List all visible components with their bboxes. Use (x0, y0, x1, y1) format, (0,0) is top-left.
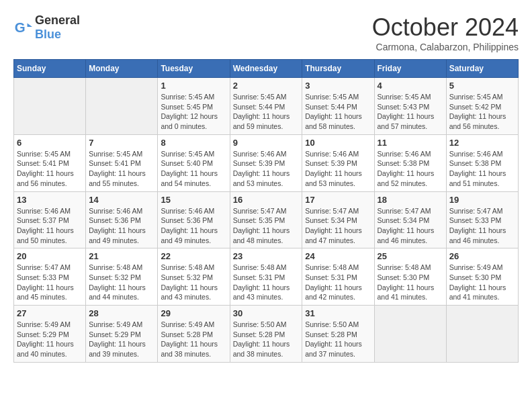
day-number: 8 (161, 138, 226, 148)
calendar-cell (374, 306, 446, 363)
day-number: 10 (305, 138, 371, 148)
calendar-cell: 27Sunrise: 5:49 AMSunset: 5:29 PMDayligh… (14, 306, 86, 363)
calendar-cell: 24Sunrise: 5:48 AMSunset: 5:31 PMDayligh… (302, 248, 374, 306)
day-number: 25 (378, 251, 443, 261)
calendar-cell: 30Sunrise: 5:50 AMSunset: 5:28 PMDayligh… (230, 306, 302, 363)
calendar-cell: 3Sunrise: 5:45 AMSunset: 5:44 PMDaylight… (302, 78, 374, 135)
day-number: 11 (378, 138, 443, 148)
day-info: Sunrise: 5:45 AMSunset: 5:41 PMDaylight:… (89, 149, 154, 189)
day-info: Sunrise: 5:46 AMSunset: 5:38 PMDaylight:… (378, 149, 443, 189)
week-row-3: 13Sunrise: 5:46 AMSunset: 5:37 PMDayligh… (14, 191, 519, 248)
calendar-cell: 11Sunrise: 5:46 AMSunset: 5:38 PMDayligh… (374, 134, 446, 191)
day-info: Sunrise: 5:46 AMSunset: 5:37 PMDaylight:… (17, 206, 83, 246)
calendar-cell (14, 78, 86, 135)
weekday-header-sunday: Sunday (14, 60, 86, 78)
day-info: Sunrise: 5:45 AMSunset: 5:44 PMDaylight:… (233, 92, 300, 132)
calendar-table: SundayMondayTuesdayWednesdayThursdayFrid… (13, 59, 519, 363)
day-info: Sunrise: 5:45 AMSunset: 5:42 PMDaylight:… (449, 92, 515, 132)
calendar-cell: 29Sunrise: 5:49 AMSunset: 5:28 PMDayligh… (158, 306, 230, 363)
calendar-cell: 1Sunrise: 5:45 AMSunset: 5:45 PMDaylight… (158, 78, 230, 135)
day-info: Sunrise: 5:46 AMSunset: 5:39 PMDaylight:… (233, 149, 300, 189)
day-number: 26 (449, 251, 515, 261)
day-number: 15 (161, 195, 226, 205)
calendar-cell (86, 78, 158, 135)
week-row-5: 27Sunrise: 5:49 AMSunset: 5:29 PMDayligh… (14, 306, 519, 363)
calendar-cell: 25Sunrise: 5:48 AMSunset: 5:30 PMDayligh… (374, 248, 446, 306)
calendar-cell: 8Sunrise: 5:45 AMSunset: 5:40 PMDaylight… (158, 134, 230, 191)
day-info: Sunrise: 5:46 AMSunset: 5:38 PMDaylight:… (449, 149, 515, 189)
calendar-cell: 28Sunrise: 5:49 AMSunset: 5:29 PMDayligh… (86, 306, 158, 363)
day-info: Sunrise: 5:45 AMSunset: 5:40 PMDaylight:… (161, 149, 226, 189)
day-number: 12 (449, 138, 515, 148)
day-number: 6 (17, 138, 83, 148)
logo-icon: G (13, 18, 32, 37)
calendar-cell: 23Sunrise: 5:48 AMSunset: 5:31 PMDayligh… (230, 248, 302, 306)
day-number: 22 (161, 251, 226, 261)
day-info: Sunrise: 5:48 AMSunset: 5:31 PMDaylight:… (305, 263, 371, 302)
logo-blue: Blue (35, 28, 61, 41)
svg-text:G: G (15, 19, 26, 35)
week-row-1: 1Sunrise: 5:45 AMSunset: 5:45 PMDaylight… (14, 78, 519, 135)
day-info: Sunrise: 5:50 AMSunset: 5:28 PMDaylight:… (305, 320, 371, 359)
calendar-cell: 6Sunrise: 5:45 AMSunset: 5:41 PMDaylight… (14, 134, 86, 191)
calendar-cell: 9Sunrise: 5:46 AMSunset: 5:39 PMDaylight… (230, 134, 302, 191)
calendar-cell: 2Sunrise: 5:45 AMSunset: 5:44 PMDaylight… (230, 78, 302, 135)
day-info: Sunrise: 5:48 AMSunset: 5:31 PMDaylight:… (233, 263, 300, 302)
weekday-header-tuesday: Tuesday (158, 60, 230, 78)
day-number: 13 (17, 195, 83, 205)
day-info: Sunrise: 5:45 AMSunset: 5:45 PMDaylight:… (161, 92, 226, 132)
logo: G General Blue (13, 13, 80, 42)
day-number: 21 (89, 251, 154, 261)
day-info: Sunrise: 5:46 AMSunset: 5:39 PMDaylight:… (305, 149, 371, 189)
day-number: 31 (305, 308, 371, 318)
weekday-header-friday: Friday (374, 60, 446, 78)
header: G General Blue October 2024 Carmona, Cal… (13, 13, 519, 52)
day-number: 14 (89, 195, 154, 205)
svg-marker-1 (28, 23, 32, 27)
calendar-cell: 13Sunrise: 5:46 AMSunset: 5:37 PMDayligh… (14, 191, 86, 248)
calendar-cell: 18Sunrise: 5:47 AMSunset: 5:34 PMDayligh… (374, 191, 446, 248)
day-info: Sunrise: 5:49 AMSunset: 5:30 PMDaylight:… (449, 263, 515, 302)
day-info: Sunrise: 5:50 AMSunset: 5:28 PMDaylight:… (233, 320, 300, 359)
day-info: Sunrise: 5:47 AMSunset: 5:33 PMDaylight:… (17, 263, 83, 302)
calendar-cell: 4Sunrise: 5:45 AMSunset: 5:43 PMDaylight… (374, 78, 446, 135)
day-info: Sunrise: 5:47 AMSunset: 5:33 PMDaylight:… (449, 206, 515, 246)
day-number: 28 (89, 308, 154, 318)
day-number: 29 (161, 308, 226, 318)
day-number: 3 (305, 81, 371, 91)
day-number: 1 (161, 81, 226, 91)
location-subtitle: Carmona, Calabarzon, Philippines (372, 42, 519, 52)
day-number: 5 (449, 81, 515, 91)
month-title: October 2024 (372, 13, 519, 42)
day-info: Sunrise: 5:49 AMSunset: 5:28 PMDaylight:… (161, 320, 226, 359)
calendar-cell (446, 306, 518, 363)
day-number: 16 (233, 195, 300, 205)
logo-text: General Blue (35, 13, 80, 42)
weekday-header-monday: Monday (86, 60, 158, 78)
day-info: Sunrise: 5:45 AMSunset: 5:43 PMDaylight:… (378, 92, 443, 132)
day-info: Sunrise: 5:45 AMSunset: 5:44 PMDaylight:… (305, 92, 371, 132)
weekday-header-saturday: Saturday (446, 60, 518, 78)
day-info: Sunrise: 5:49 AMSunset: 5:29 PMDaylight:… (17, 320, 83, 359)
week-row-4: 20Sunrise: 5:47 AMSunset: 5:33 PMDayligh… (14, 248, 519, 306)
calendar-cell: 14Sunrise: 5:46 AMSunset: 5:36 PMDayligh… (86, 191, 158, 248)
weekday-header-wednesday: Wednesday (230, 60, 302, 78)
weekday-header-row: SundayMondayTuesdayWednesdayThursdayFrid… (14, 60, 519, 78)
day-info: Sunrise: 5:48 AMSunset: 5:32 PMDaylight:… (89, 263, 154, 302)
day-number: 19 (449, 195, 515, 205)
calendar-cell: 5Sunrise: 5:45 AMSunset: 5:42 PMDaylight… (446, 78, 518, 135)
title-area: October 2024 Carmona, Calabarzon, Philip… (372, 13, 519, 52)
day-info: Sunrise: 5:45 AMSunset: 5:41 PMDaylight:… (17, 149, 83, 189)
day-number: 24 (305, 251, 371, 261)
day-number: 27 (17, 308, 83, 318)
calendar-cell: 15Sunrise: 5:46 AMSunset: 5:36 PMDayligh… (158, 191, 230, 248)
logo-general: General (35, 13, 80, 27)
calendar-cell: 10Sunrise: 5:46 AMSunset: 5:39 PMDayligh… (302, 134, 374, 191)
calendar-cell: 26Sunrise: 5:49 AMSunset: 5:30 PMDayligh… (446, 248, 518, 306)
day-info: Sunrise: 5:49 AMSunset: 5:29 PMDaylight:… (89, 320, 154, 359)
day-info: Sunrise: 5:47 AMSunset: 5:34 PMDaylight:… (378, 206, 443, 246)
day-number: 30 (233, 308, 300, 318)
calendar-cell: 7Sunrise: 5:45 AMSunset: 5:41 PMDaylight… (86, 134, 158, 191)
calendar-cell: 12Sunrise: 5:46 AMSunset: 5:38 PMDayligh… (446, 134, 518, 191)
calendar-cell: 22Sunrise: 5:48 AMSunset: 5:32 PMDayligh… (158, 248, 230, 306)
